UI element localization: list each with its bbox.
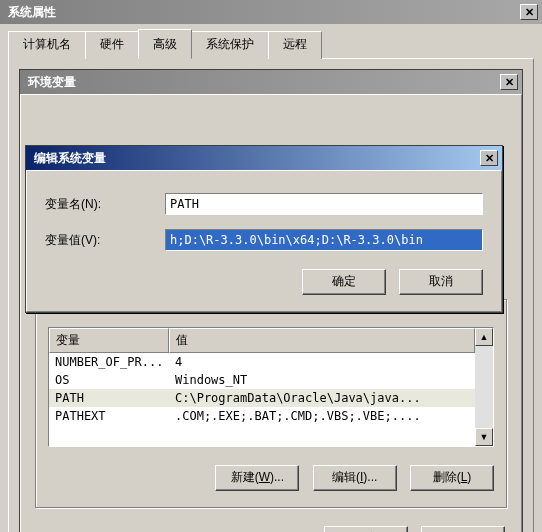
- col-variable[interactable]: 变量: [49, 328, 169, 353]
- env-close-button[interactable]: ✕: [500, 74, 518, 90]
- tab-advanced[interactable]: 高级: [138, 29, 192, 59]
- table-row[interactable]: NUMBER_OF_PR...4: [49, 353, 475, 371]
- scroll-down-button[interactable]: ▼: [475, 428, 493, 446]
- env-ok-button[interactable]: 确定: [324, 526, 408, 532]
- env-cancel-button[interactable]: 取消: [421, 526, 505, 532]
- edit-dialog-title: 编辑系统变量: [30, 150, 480, 167]
- edit-dialog-close-button[interactable]: ✕: [480, 150, 498, 166]
- env-vars-window: 环境变量 ✕ 编辑系统变量 ✕ 变量名(N):: [19, 69, 523, 532]
- env-title: 环境变量: [24, 74, 500, 91]
- sysvars-delete-button[interactable]: 删除(L): [410, 465, 494, 491]
- edit-dialog-body: 变量名(N): 变量值(V): 确定 取消: [26, 170, 502, 312]
- tab-computer-name[interactable]: 计算机名: [8, 31, 86, 59]
- sysprops-close-button[interactable]: ✕: [520, 4, 538, 20]
- env-titlebar: 环境变量 ✕: [20, 70, 522, 94]
- table-row[interactable]: PATHC:\ProgramData\Oracle\Java\java...: [49, 389, 475, 407]
- sysvars-scrollbar[interactable]: ▲ ▼: [475, 328, 493, 446]
- sysvars-listview[interactable]: 变量 值 NUMBER_OF_PR...4 OSWindows_NT PATHC…: [48, 327, 494, 447]
- sysvars-fieldset: 系统变量(S) 变量 值 NUMBER_OF_PR...4 OSWindows_…: [35, 299, 507, 508]
- tabs: 计算机名 硬件 高级 系统保护 远程: [8, 31, 534, 59]
- edit-cancel-button[interactable]: 取消: [399, 269, 483, 295]
- scroll-up-button[interactable]: ▲: [475, 328, 493, 346]
- tab-panel-advanced: 环境变量 ✕ 编辑系统变量 ✕ 变量名(N):: [8, 58, 534, 532]
- var-name-input[interactable]: [165, 193, 483, 215]
- tab-system-protection[interactable]: 系统保护: [191, 31, 269, 59]
- sysvars-new-button[interactable]: 新建(W)...: [215, 465, 299, 491]
- sysprops-titlebar: 系统属性 ✕: [0, 0, 542, 24]
- var-value-label: 变量值(V):: [45, 232, 165, 249]
- col-value[interactable]: 值: [169, 328, 475, 353]
- edit-ok-button[interactable]: 确定: [302, 269, 386, 295]
- sysprops-body: 计算机名 硬件 高级 系统保护 远程 环境变量 ✕ 编辑系统变量 ✕: [0, 24, 542, 532]
- tab-remote[interactable]: 远程: [268, 31, 322, 59]
- edit-sysvar-dialog: 编辑系统变量 ✕ 变量名(N): 变量值(V): 确定: [25, 145, 503, 313]
- tab-hardware[interactable]: 硬件: [85, 31, 139, 59]
- sysprops-title: 系统属性: [4, 4, 520, 21]
- var-name-label: 变量名(N):: [45, 196, 165, 213]
- var-value-input[interactable]: [165, 229, 483, 251]
- sysvars-header: 变量 值: [49, 328, 475, 353]
- table-row[interactable]: PATHEXT.COM;.EXE;.BAT;.CMD;.VBS;.VBE;...…: [49, 407, 475, 425]
- sysvars-edit-button[interactable]: 编辑(I)...: [313, 465, 397, 491]
- edit-dialog-titlebar: 编辑系统变量 ✕: [26, 146, 502, 170]
- scroll-track[interactable]: [475, 346, 493, 428]
- table-row[interactable]: OSWindows_NT: [49, 371, 475, 389]
